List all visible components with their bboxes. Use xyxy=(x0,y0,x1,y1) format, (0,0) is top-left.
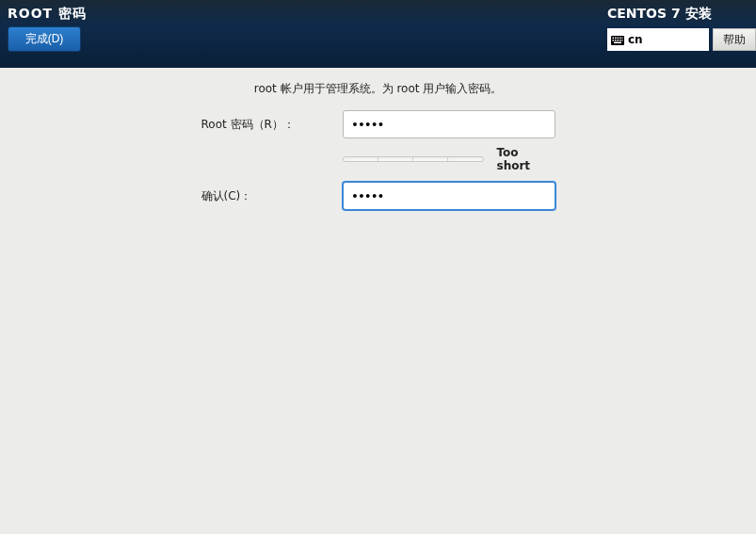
svg-rect-5 xyxy=(622,38,623,40)
svg-rect-3 xyxy=(618,38,619,40)
svg-rect-1 xyxy=(613,38,615,40)
confirm-row: 确认(C)： xyxy=(201,182,555,210)
header-bar: ROOT 密码 完成(D) CENTOS 7 安装 xyxy=(0,0,756,68)
header-left: ROOT 密码 完成(D) xyxy=(8,6,87,68)
svg-rect-2 xyxy=(615,38,617,40)
header-right: CENTOS 7 安装 xyxy=(607,6,756,68)
done-button[interactable]: 完成(D) xyxy=(8,26,81,52)
svg-rect-10 xyxy=(622,40,623,41)
password-label: Root 密码（R）： xyxy=(201,117,343,133)
strength-segment xyxy=(448,157,482,161)
strength-text: Too short xyxy=(497,146,555,172)
strength-segment xyxy=(378,157,413,161)
confirm-label: 确认(C)： xyxy=(201,188,343,204)
svg-rect-9 xyxy=(619,40,621,41)
description-text: root 帐户用于管理系统。为 root 用户输入密码。 xyxy=(254,81,503,97)
strength-segment xyxy=(413,157,448,161)
svg-rect-7 xyxy=(615,40,617,41)
content-area: root 帐户用于管理系统。为 root 用户输入密码。 Root 密码（R）：… xyxy=(0,68,756,218)
password-row: Root 密码（R）： xyxy=(201,110,555,138)
svg-rect-6 xyxy=(613,40,615,41)
confirm-password-input[interactable] xyxy=(343,182,555,210)
form-container: Root 密码（R）： Too short 确认(C)： xyxy=(201,110,555,218)
keyboard-layout-label: cn xyxy=(628,33,643,46)
header-controls: cn 帮助 xyxy=(607,28,756,51)
strength-row: Too short xyxy=(201,146,555,172)
svg-rect-8 xyxy=(618,40,619,41)
strength-segment xyxy=(344,157,378,161)
password-strength-bar xyxy=(343,156,484,162)
root-password-input[interactable] xyxy=(343,110,555,138)
installer-title: CENTOS 7 安装 xyxy=(607,6,719,23)
help-button[interactable]: 帮助 xyxy=(713,28,756,51)
page-title: ROOT 密码 xyxy=(8,6,87,23)
keyboard-icon xyxy=(611,35,624,44)
keyboard-selector[interactable]: cn xyxy=(607,28,709,51)
svg-rect-4 xyxy=(619,38,621,40)
svg-rect-11 xyxy=(614,42,621,44)
